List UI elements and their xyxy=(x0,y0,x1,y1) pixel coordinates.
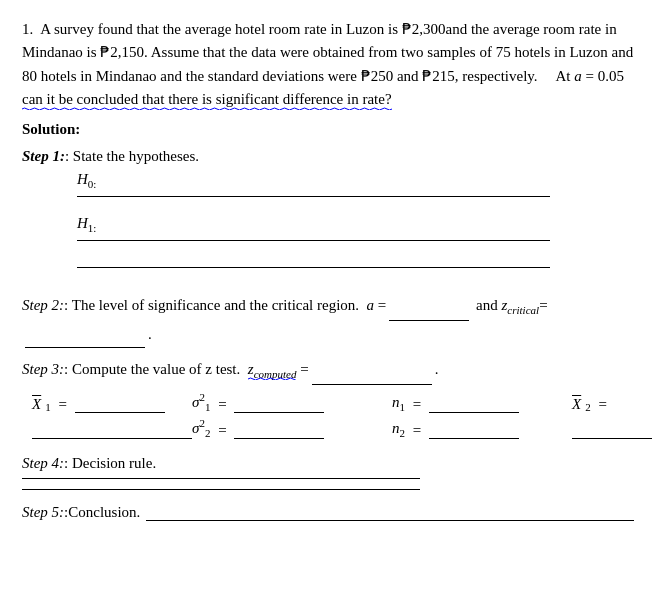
sigma1-sq-cell: σ21 = xyxy=(192,391,392,413)
x2-sub: 2 xyxy=(585,401,591,413)
peso-sign-3: ₱ xyxy=(361,68,371,84)
x2-blank-cell xyxy=(572,425,652,439)
page-container: 1. A survey found that the average hotel… xyxy=(22,18,634,521)
step4-text: Decision rule. xyxy=(72,455,156,471)
n1-cell: n1 = xyxy=(392,394,572,413)
step4-header: Step 4: xyxy=(22,455,64,471)
sigma2-sq-label: σ22 xyxy=(192,417,210,439)
alpha-text: At a = 0.05 xyxy=(556,68,624,84)
step2-colon: : xyxy=(64,297,72,313)
step3-header: Step 3: xyxy=(22,361,64,377)
step4-block: Step 4:: Decision rule. xyxy=(22,455,634,490)
sigma1-sq-label: σ21 xyxy=(192,391,210,413)
step2-row: Step 2:: The level of significance and t… xyxy=(22,292,634,348)
alpha-blank xyxy=(389,320,469,321)
sigma1-sq-cell2: σ22 = xyxy=(192,417,392,439)
hypothesis-block: H0: H1: xyxy=(77,171,634,280)
step4-line xyxy=(22,478,420,479)
problem-number: 1. xyxy=(22,18,33,41)
problem-statement: 1. A survey found that the average hotel… xyxy=(22,18,634,111)
step4-colon: : xyxy=(64,455,72,471)
step4-line2 xyxy=(22,489,420,490)
x1-line xyxy=(32,438,192,439)
step5-text: Conclusion. xyxy=(68,504,140,520)
peso-sign-2: ₱ xyxy=(100,44,110,60)
step5-line xyxy=(146,507,634,521)
solution-label: Solution: xyxy=(22,121,634,138)
x1-cell: X1 = xyxy=(32,396,192,413)
h0-line xyxy=(77,196,550,197)
step5-header-text: Step 5::Conclusion. xyxy=(22,504,140,521)
z-computed-label: zcomputed xyxy=(248,361,297,377)
step3-text: Compute the value of z test. xyxy=(72,361,240,377)
h0-label: H0: xyxy=(77,171,634,190)
step1-text: State the hypotheses. xyxy=(73,148,199,164)
n1-blank xyxy=(429,399,519,413)
step1-colon: : xyxy=(65,148,73,164)
and-label: and xyxy=(476,297,498,313)
and-connector: and xyxy=(445,21,467,37)
step2-header: Step 2: xyxy=(22,297,64,313)
n1-label: n1 xyxy=(392,394,405,413)
step3-row: Step 3:: Compute the value of z test. zc… xyxy=(22,356,634,385)
step5-header: Step 5: xyxy=(22,504,64,520)
step2-text: The level of significance and the critic… xyxy=(72,297,359,313)
x2-blank xyxy=(572,425,652,439)
x2-cell: X2 = xyxy=(572,396,652,413)
x1-blank xyxy=(75,399,165,413)
n2-blank xyxy=(429,425,519,439)
step1-header: Step 1:: State the hypotheses. xyxy=(22,148,634,165)
h0-row: H0: xyxy=(77,171,634,209)
peso-sign-1: ₱ xyxy=(402,21,412,37)
sigma1-sq-blank xyxy=(234,399,324,413)
h1-line2 xyxy=(77,267,550,268)
sigma2-sq-blank xyxy=(234,425,324,439)
conclusion-question-wavy: can it be concluded that there is signif… xyxy=(22,91,392,107)
n2-cell: n2 = xyxy=(392,420,572,439)
peso-sign-4: ₱ xyxy=(422,68,432,84)
n2-label: n2 xyxy=(392,420,405,439)
z-computed-blank xyxy=(312,384,432,385)
variables-grid: X1 = σ21 = n1 = X2 = σ22 = n2 = xyxy=(32,391,634,439)
x2-overline: X xyxy=(572,396,581,413)
step5-block: Step 5::Conclusion. xyxy=(22,504,634,521)
h1-label: H1: xyxy=(77,215,634,234)
z-critical-sub: critical xyxy=(507,304,539,316)
z-critical-blank xyxy=(25,347,145,348)
x1-sub: 1 xyxy=(45,401,51,413)
h1-line xyxy=(77,240,550,241)
h1-row: H1: xyxy=(77,215,634,280)
x1-label: X xyxy=(32,396,41,413)
step3-colon: : xyxy=(64,361,72,377)
